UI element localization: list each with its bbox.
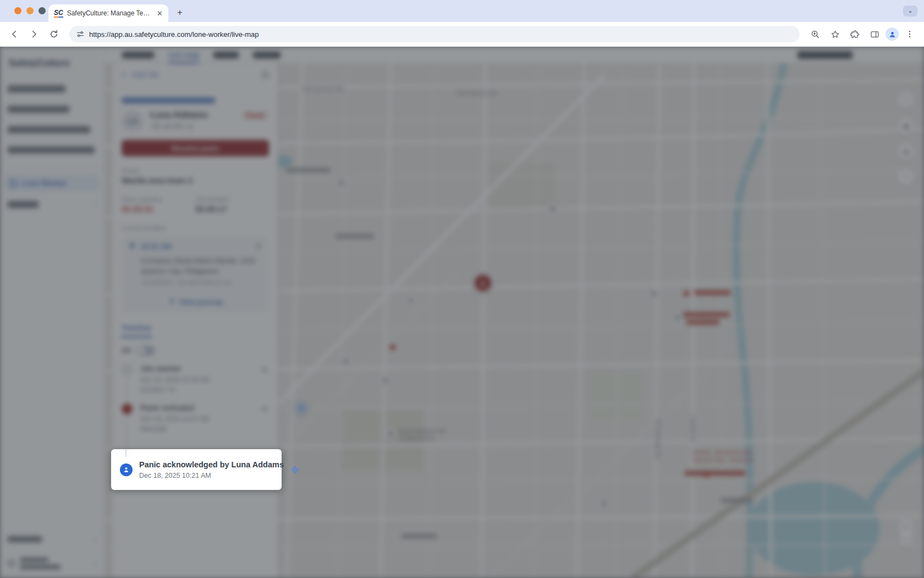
profile-avatar-icon[interactable] bbox=[886, 28, 899, 41]
browser-tab[interactable]: SC SafetyCulture: Manage Teams and... ✕ bbox=[48, 4, 168, 22]
extensions-icon[interactable] bbox=[846, 25, 864, 43]
window-minimize-button[interactable] bbox=[26, 7, 34, 14]
forward-icon[interactable] bbox=[25, 25, 43, 43]
event-title: Panic acknowledged by Luna Addams bbox=[139, 460, 284, 469]
timeline-event-panic-acknowledged-highlighted[interactable]: Panic acknowledged by Luna Addams Dec 18… bbox=[111, 449, 282, 490]
browser-chrome: SC SafetyCulture: Manage Teams and... ✕ … bbox=[0, 0, 924, 47]
side-panel-icon[interactable] bbox=[866, 25, 883, 43]
url-text[interactable]: https://app.au.safetyculture.com/lone-wo… bbox=[89, 30, 259, 39]
new-tab-button[interactable]: + bbox=[177, 7, 183, 18]
window-zoom-button[interactable] bbox=[38, 7, 46, 14]
tab-search-button[interactable]: ⌄ bbox=[903, 6, 917, 17]
reload-icon[interactable] bbox=[45, 25, 63, 43]
locate-event-icon[interactable] bbox=[290, 465, 300, 475]
zoom-search-icon[interactable] bbox=[806, 25, 824, 43]
tab-strip: SC SafetyCulture: Manage Teams and... ✕ … bbox=[0, 0, 924, 22]
spotlight-overlay bbox=[0, 47, 924, 578]
site-settings-icon[interactable] bbox=[76, 30, 85, 39]
browser-toolbar: https://app.au.safetyculture.com/lone-wo… bbox=[0, 22, 924, 47]
back-icon[interactable] bbox=[6, 25, 23, 43]
window-close-button[interactable] bbox=[14, 7, 21, 14]
safetyculture-favicon: SC bbox=[54, 9, 63, 18]
close-tab-icon[interactable]: ✕ bbox=[157, 9, 163, 18]
panic-acknowledged-icon bbox=[120, 464, 133, 476]
timeline-connector bbox=[125, 449, 127, 457]
tab-title: SafetyCulture: Manage Teams and... bbox=[67, 9, 153, 17]
address-bar[interactable]: https://app.au.safetyculture.com/lone-wo… bbox=[69, 26, 800, 42]
window-controls[interactable] bbox=[14, 7, 46, 14]
bookmark-star-icon[interactable] bbox=[826, 25, 844, 43]
event-timestamp: Dec 18, 2025 10:21 AM bbox=[139, 472, 284, 479]
browser-menu-icon[interactable] bbox=[901, 25, 919, 43]
page-viewport: SafetyCulture Lone Worker › › bbox=[0, 47, 924, 578]
